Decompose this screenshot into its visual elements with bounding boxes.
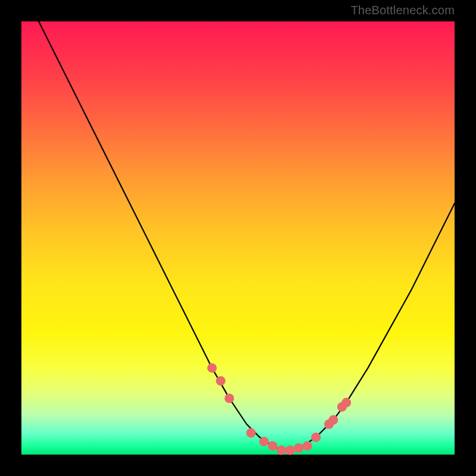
highlight-dot [285, 446, 295, 455]
highlight-dot [259, 437, 269, 446]
bottleneck-curve [39, 21, 455, 450]
highlight-dots [207, 363, 351, 455]
chart-stage: TheBottleneck.com [0, 0, 476, 476]
highlight-dot [268, 441, 277, 450]
highlight-dot [216, 376, 226, 386]
plot-area [21, 21, 455, 455]
highlight-dot [224, 393, 234, 403]
watermark-text: TheBottleneck.com [350, 4, 455, 17]
highlight-dot [311, 433, 321, 442]
highlight-dot [342, 398, 351, 408]
highlight-dot [277, 446, 286, 455]
highlight-dot [303, 441, 312, 450]
highlight-dot [328, 415, 338, 425]
chart-svg [21, 21, 455, 455]
highlight-dot [294, 443, 303, 453]
highlight-dot [207, 363, 217, 372]
highlight-dot [246, 428, 256, 438]
